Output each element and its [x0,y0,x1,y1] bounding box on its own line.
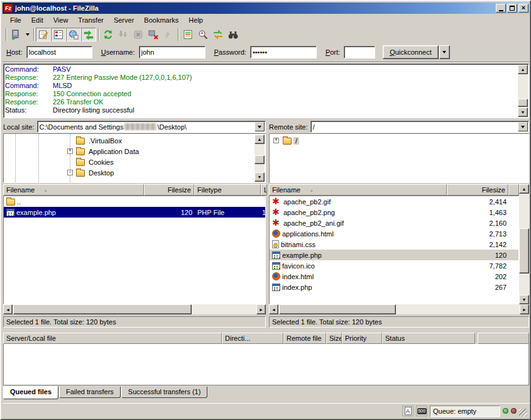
file-row[interactable]: index.php 267 [270,282,518,292]
queue-tab[interactable]: Queued files [3,386,58,399]
local-site-combo[interactable]: C:\Documents and Settings\Desktop\ [37,121,266,133]
tree-item[interactable]: + Application Data [4,146,255,157]
menu-item[interactable]: Edit [26,15,48,25]
tree-item[interactable]: .VirtualBox [4,135,255,146]
speed-limits-indicator[interactable]: 500 [416,406,427,416]
tree-item[interactable]: + / [270,135,528,146]
local-path-suffix: \Desktop\ [157,123,186,131]
password-input[interactable] [250,46,317,58]
host-input[interactable] [26,46,92,58]
folder-icon [76,148,85,155]
file-icon [6,209,14,216]
column-header[interactable]: Directi... [222,333,283,344]
scroll-right-button[interactable]: ► [256,304,266,314]
column-header[interactable]: Filesize [447,184,508,196]
toggle-transfer-queue-button[interactable] [81,28,96,41]
file-row[interactable]: favicon.ico 7,782 [270,260,518,271]
close-button[interactable]: × [518,4,528,13]
cancel-operation-button[interactable] [131,28,146,41]
column-header[interactable]: Filename [3,184,144,196]
log-prefix: Command: [5,82,53,90]
column-header[interactable]: Filetype [194,184,261,196]
minimize-button[interactable] [496,4,506,13]
file-row[interactable]: apache_pb2.gif 2,414 [270,196,518,207]
reconnect-button[interactable] [161,28,176,41]
remote-site-combo[interactable]: / [310,121,529,133]
scroll-down-button[interactable]: ▼ [518,108,528,117]
folder-icon [76,159,85,166]
remote-list-scrollbar[interactable]: ▲ ▼ [519,184,529,304]
scroll-up-button[interactable]: ▲ [519,184,529,194]
local-tree-scrollbar[interactable]: ▲ ▼ [255,135,265,182]
menu-item[interactable]: File [5,15,26,25]
tree-expander[interactable]: - [67,170,73,175]
file-row[interactable]: bitnami.css 2,142 [270,239,518,250]
toggle-local-tree-button[interactable] [51,28,66,41]
file-row[interactable]: .. [4,196,265,207]
filezilla-app-icon[interactable]: Fz [4,4,13,13]
username-input[interactable] [139,46,205,58]
menu-item[interactable]: Server [109,15,139,25]
find-files-button[interactable] [226,28,241,41]
column-header[interactable]: L [261,184,267,196]
tree-item[interactable]: Cookies [4,157,255,167]
queue-tab[interactable]: Successful transfers (1) [121,387,208,398]
process-queue-button[interactable] [116,28,131,41]
port-input[interactable] [344,46,375,58]
maximize-button[interactable] [507,4,517,13]
file-row[interactable]: apache_pb2_ani.gif 2,160 [270,218,518,228]
resize-grip[interactable] [519,409,527,417]
column-header[interactable]: Priority [342,333,382,344]
column-header[interactable]: Remote file [283,333,326,344]
scrollbar-thumb[interactable] [255,155,265,164]
file-row[interactable]: applications.html 2,713 [270,228,518,239]
menu-item[interactable]: Transfer [73,15,109,25]
combo-dropdown-button[interactable] [255,122,265,131]
data-type-indicator[interactable]: A [402,406,413,416]
scroll-down-button[interactable]: ▼ [255,172,265,182]
file-row[interactable]: example.php 120 PHP File 1 [4,207,265,218]
remote-hscrollbar[interactable]: ◄ ► [269,304,529,314]
menu-item[interactable]: Bookmarks [139,15,183,25]
scroll-left-button[interactable]: ◄ [3,304,13,314]
local-hscrollbar[interactable]: ◄ ► [3,304,266,314]
queue-tab[interactable]: Failed transfers [59,387,121,398]
scroll-right-button[interactable]: ► [520,304,529,314]
scrollbar-thumb[interactable] [13,304,192,314]
column-header[interactable]: Filesize [144,184,194,196]
scroll-down-button[interactable]: ▼ [519,295,529,304]
site-manager-button[interactable] [8,28,23,41]
directory-listing-filters-button[interactable] [180,28,195,41]
tree-expander[interactable]: + [67,148,73,154]
file-row[interactable]: apache_pb2.png 1,463 [270,207,518,218]
toggle-message-log-button[interactable] [36,28,51,41]
file-row[interactable]: index.html 202 [270,271,518,282]
quickconnect-button[interactable]: Quickconnect [383,45,439,59]
disconnect-button[interactable] [146,28,161,41]
scroll-up-button[interactable]: ▲ [518,65,528,74]
column-header[interactable]: Server/Local file [3,333,222,344]
file-row[interactable]: example.php 120 [270,250,518,260]
filesize-cell: 202 [447,271,509,282]
filename-cell: bitnami.css [270,239,447,250]
tree-item[interactable]: - Desktop [4,167,255,178]
scroll-left-button[interactable]: ◄ [269,304,278,314]
tree-expander[interactable]: + [273,138,279,143]
toggle-remote-tree-button[interactable] [66,28,81,41]
combo-dropdown-button[interactable] [518,122,528,131]
scroll-up-button[interactable]: ▲ [255,135,265,144]
scrollbar-thumb[interactable] [519,228,529,274]
directory-comparison-button[interactable] [195,28,211,41]
column-header[interactable]: Status [382,333,475,344]
scrollbar-thumb[interactable] [279,304,396,314]
log-scrollbar[interactable]: ▲ ▼ [518,65,528,117]
refresh-button[interactable] [101,28,116,41]
menu-item[interactable]: View [48,15,74,25]
synchronized-browsing-button[interactable] [211,28,226,41]
scrollbar-thumb[interactable] [518,99,528,107]
quickconnect-dropdown[interactable] [439,45,450,59]
menu-item[interactable]: Help [183,15,208,25]
column-header[interactable]: Size [326,333,342,344]
site-manager-dropdown[interactable] [23,28,31,41]
column-header[interactable]: Filename [269,184,447,196]
